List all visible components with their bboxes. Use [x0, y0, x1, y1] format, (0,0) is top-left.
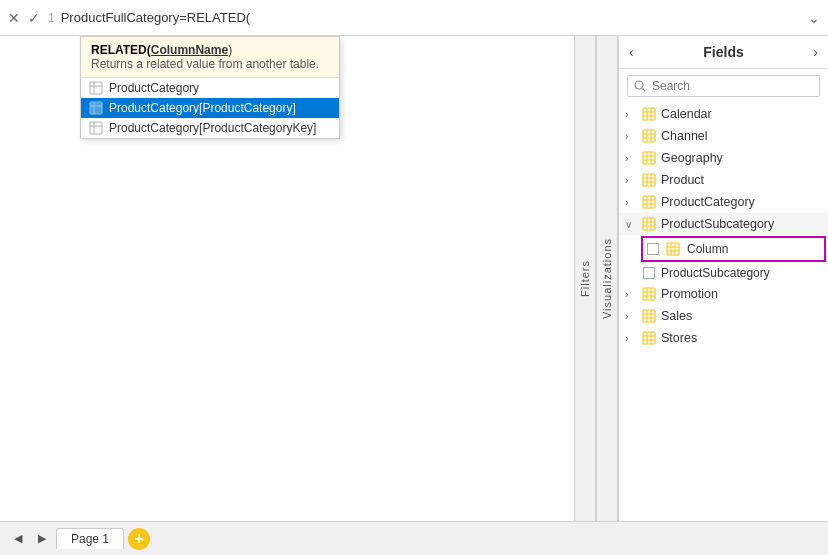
field-child-label: Column	[687, 242, 728, 256]
field-group-calendar: › Calendar	[619, 103, 828, 125]
tooltip-func: RELATED(	[91, 43, 151, 57]
field-group-label: Calendar	[661, 107, 712, 121]
field-group-geography: › Geography	[619, 147, 828, 169]
field-group-channel: › Channel	[619, 125, 828, 147]
field-group-label: Promotion	[661, 287, 718, 301]
field-group-label: Product	[661, 173, 704, 187]
svg-rect-11	[643, 108, 655, 120]
fields-expand-icon[interactable]: ›	[813, 44, 818, 60]
bottom-bar: ◀ ▶ Page 1 +	[0, 521, 828, 555]
autocomplete-item-label: ProductCategory	[109, 81, 199, 95]
chevron-right-icon: ›	[625, 109, 637, 120]
fields-collapse-icon[interactable]: ‹	[629, 44, 634, 60]
chevron-right-icon: ›	[625, 333, 637, 344]
field-group-header-channel[interactable]: › Channel	[619, 125, 828, 147]
svg-rect-46	[643, 288, 655, 300]
autocomplete-item[interactable]: ProductCategory[ProductCategory]	[81, 98, 339, 118]
main-layout: RELATED(ColumnName) Returns a related va…	[0, 36, 828, 521]
field-children-productsubcategory: Column ProductSubcategory	[619, 236, 828, 283]
svg-rect-16	[643, 130, 655, 142]
field-group-product: › Product	[619, 169, 828, 191]
field-group-header-productsubcategory[interactable]: ∨ ProductSubcategory	[619, 213, 828, 235]
fields-search-box[interactable]	[627, 75, 820, 97]
autocomplete-item-label: ProductCategory[ProductCategoryKey]	[109, 121, 316, 135]
table-icon	[89, 81, 103, 95]
chevron-down-icon: ∨	[625, 219, 637, 230]
svg-rect-6	[90, 122, 102, 134]
search-icon	[634, 80, 646, 92]
filters-tab[interactable]: Filters	[574, 36, 596, 521]
field-group-label: ProductSubcategory	[661, 217, 774, 231]
visualizations-tab-label[interactable]: Visualizations	[601, 238, 613, 319]
field-group-sales: › Sales	[619, 305, 828, 327]
visualizations-tab[interactable]: Visualizations	[596, 36, 618, 521]
filters-tab-label[interactable]: Filters	[579, 260, 591, 297]
field-group-header-geography[interactable]: › Geography	[619, 147, 828, 169]
autocomplete-tooltip: RELATED(ColumnName) Returns a related va…	[81, 37, 339, 78]
tooltip-param: ColumnName	[151, 43, 228, 57]
fields-panel: ‹ Fields › ›	[618, 36, 828, 521]
field-child-productsubcategory[interactable]: ProductSubcategory	[639, 263, 828, 283]
page-next-button[interactable]: ▶	[32, 529, 52, 549]
field-group-productsubcategory: ∨ ProductSubcategory	[619, 213, 828, 283]
field-child-column[interactable]: Column	[641, 236, 826, 262]
chevron-right-icon: ›	[625, 289, 637, 300]
search-input[interactable]	[652, 79, 813, 93]
add-page-button[interactable]: +	[128, 528, 150, 550]
fields-header: ‹ Fields ›	[619, 36, 828, 69]
autocomplete-item[interactable]: ProductCategory	[81, 78, 339, 98]
formula-text[interactable]: ProductFullCategory=RELATED(	[61, 10, 808, 25]
field-group-label: Geography	[661, 151, 723, 165]
tooltip-close-paren: )	[228, 43, 232, 57]
svg-rect-31	[643, 196, 655, 208]
table-icon	[641, 194, 657, 210]
page-prev-button[interactable]: ◀	[8, 529, 28, 549]
table-icon	[641, 150, 657, 166]
line-number: 1	[48, 11, 55, 25]
field-group-label: Channel	[661, 129, 708, 143]
tooltip-description: Returns a related value from another tab…	[91, 57, 329, 71]
chevron-right-icon: ›	[625, 131, 637, 142]
checkbox-column[interactable]	[647, 243, 659, 255]
field-group-header-sales[interactable]: › Sales	[619, 305, 828, 327]
field-group-label: ProductCategory	[661, 195, 755, 209]
chevron-right-icon: ›	[625, 153, 637, 164]
fields-title: Fields	[703, 44, 743, 60]
table-icon	[641, 330, 657, 346]
field-group-header-productcategory[interactable]: › ProductCategory	[619, 191, 828, 213]
editor-area[interactable]: RELATED(ColumnName) Returns a related va…	[0, 36, 574, 521]
table-icon	[641, 172, 657, 188]
field-group-promotion: › Promotion	[619, 283, 828, 305]
chevron-right-icon: ›	[625, 175, 637, 186]
table-icon	[641, 128, 657, 144]
check-icon[interactable]: ✓	[28, 10, 40, 26]
table-icon	[665, 241, 681, 257]
formula-chevron-icon[interactable]: ⌄	[808, 10, 820, 26]
field-group-header-promotion[interactable]: › Promotion	[619, 283, 828, 305]
autocomplete-item[interactable]: ProductCategory[ProductCategoryKey]	[81, 118, 339, 138]
table-icon	[641, 286, 657, 302]
field-group-header-stores[interactable]: › Stores	[619, 327, 828, 349]
close-icon[interactable]: ✕	[8, 10, 20, 26]
field-group-header-product[interactable]: › Product	[619, 169, 828, 191]
fields-list: › Calendar ›	[619, 103, 828, 521]
svg-rect-41	[667, 243, 679, 255]
field-group-label: Sales	[661, 309, 692, 323]
formula-bar-icons: ✕ ✓	[8, 10, 40, 26]
formula-bar: ✕ ✓ 1 ProductFullCategory=RELATED( ⌄	[0, 0, 828, 36]
field-group-productcategory: › ProductCategory	[619, 191, 828, 213]
svg-point-9	[635, 81, 643, 89]
page-tab[interactable]: Page 1	[56, 528, 124, 549]
chevron-right-icon: ›	[625, 311, 637, 322]
svg-rect-56	[643, 332, 655, 344]
autocomplete-popup: RELATED(ColumnName) Returns a related va…	[80, 36, 340, 139]
autocomplete-item-label: ProductCategory[ProductCategory]	[109, 101, 296, 115]
table-icon	[641, 308, 657, 324]
table-icon	[89, 101, 103, 115]
field-group-header-calendar[interactable]: › Calendar	[619, 103, 828, 125]
svg-rect-26	[643, 174, 655, 186]
svg-rect-3	[90, 102, 102, 114]
checkbox-productsubcategory[interactable]	[643, 267, 655, 279]
svg-rect-0	[90, 82, 102, 94]
table-icon	[641, 216, 657, 232]
